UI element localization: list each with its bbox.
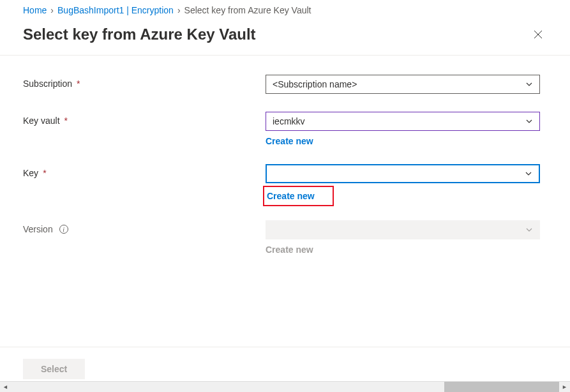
field-key: Key * Create new: [23, 164, 547, 206]
form-area: Subscription * <Subscription name> Key v…: [0, 56, 570, 255]
info-icon[interactable]: i: [59, 225, 68, 234]
field-version: Version i Create new: [23, 220, 547, 255]
chevron-right-icon: ›: [177, 5, 181, 15]
close-icon: [533, 29, 543, 40]
breadcrumb: Home › BugBashImport1 | Encryption › Sel…: [0, 0, 570, 22]
label-text: Key: [23, 168, 38, 178]
horizontal-scrollbar[interactable]: ◄ ►: [0, 381, 570, 392]
version-dropdown: [266, 220, 540, 239]
select-button[interactable]: Select: [23, 359, 85, 379]
breadcrumb-resource[interactable]: BugBashImport1 | Encryption: [57, 5, 174, 15]
label-key: Key *: [23, 164, 266, 178]
chevron-right-icon: ›: [50, 5, 54, 15]
create-new-key-link[interactable]: Create new: [267, 191, 315, 201]
keyvault-dropdown[interactable]: iecmkkv: [266, 112, 540, 131]
label-subscription: Subscription *: [23, 75, 266, 89]
chevron-down-icon: [524, 79, 534, 89]
chevron-down-icon: [523, 169, 534, 179]
footer: Select: [0, 347, 570, 379]
create-new-keyvault-link[interactable]: Create new: [266, 136, 313, 146]
key-dropdown[interactable]: [266, 164, 540, 183]
dropdown-value: iecmkkv: [273, 116, 305, 126]
blade-header: Select key from Azure Key Vault: [0, 22, 570, 56]
label-keyvault: Key vault *: [23, 112, 266, 126]
close-button[interactable]: [529, 26, 547, 43]
scroll-left-icon[interactable]: ◄: [0, 382, 11, 393]
create-new-version-link: Create new: [266, 245, 313, 255]
highlight-annotation: Create new: [263, 186, 334, 206]
label-text: Subscription: [23, 79, 72, 89]
page-title: Select key from Azure Key Vault: [23, 26, 256, 43]
label-text: Key vault: [23, 116, 60, 126]
field-keyvault: Key vault * iecmkkv Create new: [23, 112, 547, 146]
required-indicator: *: [64, 116, 68, 126]
breadcrumb-current: Select key from Azure Key Vault: [184, 5, 311, 15]
scroll-right-icon[interactable]: ►: [559, 382, 570, 393]
field-subscription: Subscription * <Subscription name>: [23, 75, 547, 94]
label-text: Version: [23, 224, 53, 234]
subscription-dropdown[interactable]: <Subscription name>: [266, 75, 540, 94]
dropdown-value: <Subscription name>: [273, 79, 357, 89]
chevron-down-icon: [524, 225, 534, 235]
required-indicator: *: [43, 168, 46, 178]
breadcrumb-home[interactable]: Home: [23, 5, 47, 15]
required-indicator: *: [77, 79, 80, 89]
label-version: Version i: [23, 220, 266, 234]
scrollbar-thumb[interactable]: [444, 382, 559, 393]
chevron-down-icon: [524, 116, 534, 126]
